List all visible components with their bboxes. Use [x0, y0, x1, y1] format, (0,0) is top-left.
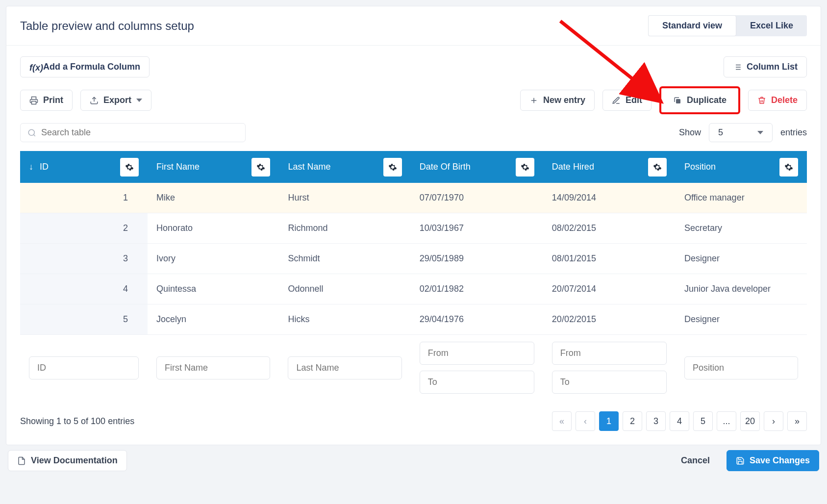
column-list-label: Column List: [747, 62, 798, 72]
export-label: Export: [103, 95, 131, 105]
page-button[interactable]: 2: [623, 411, 642, 431]
cell-id: 4: [20, 274, 148, 304]
delete-label: Delete: [771, 95, 798, 105]
add-formula-button[interactable]: f(x) Add a Formula Column: [20, 56, 150, 77]
chevron-last-icon: »: [795, 416, 800, 427]
cell-hired: 20/07/2014: [543, 274, 676, 304]
col-header-last[interactable]: Last Name: [279, 151, 410, 183]
col-settings-hired[interactable]: [648, 158, 667, 176]
cell-last: Odonnell: [279, 274, 410, 304]
print-icon: [29, 96, 38, 105]
chevron-down-icon: [757, 131, 763, 134]
svg-rect-10: [676, 99, 680, 103]
view-excel-button[interactable]: Excel Like: [736, 15, 807, 36]
cell-first: Jocelyn: [148, 304, 279, 335]
filter-last[interactable]: [288, 356, 401, 379]
save-button[interactable]: Save Changes: [727, 450, 819, 471]
column-list-button[interactable]: Column List: [724, 56, 807, 77]
duplicate-button[interactable]: Duplicate: [659, 86, 740, 114]
search-icon: [27, 128, 36, 137]
col-settings-position[interactable]: [779, 158, 798, 176]
cell-hired: 20/02/2015: [543, 304, 676, 335]
new-entry-button[interactable]: New entry: [520, 90, 595, 111]
page-prev-button[interactable]: ‹: [576, 411, 595, 431]
gear-icon: [521, 163, 529, 172]
page-button[interactable]: 5: [693, 411, 713, 431]
filter-hired-from[interactable]: [552, 342, 667, 365]
table-row[interactable]: 4 Quintessa Odonnell 02/01/1982 20/07/20…: [20, 274, 807, 304]
col-header-first[interactable]: First Name: [148, 151, 279, 183]
view-documentation-label: View Documentation: [31, 455, 118, 466]
cell-position: Junior Java developer: [676, 274, 807, 304]
table-row[interactable]: 2 Honorato Richmond 10/03/1967 08/02/201…: [20, 213, 807, 244]
col-settings-dob[interactable]: [516, 158, 534, 176]
save-icon: [736, 456, 745, 465]
gear-icon: [784, 163, 793, 172]
edit-label: Edit: [626, 95, 642, 105]
page-next-button[interactable]: ›: [764, 411, 783, 431]
duplicate-icon: [673, 96, 682, 105]
entries-label: entries: [780, 127, 807, 138]
cell-first: Mike: [148, 183, 279, 213]
page-first-button[interactable]: «: [552, 411, 572, 431]
filter-position[interactable]: [684, 356, 798, 379]
page-button[interactable]: ...: [717, 411, 736, 431]
chevron-prev-icon: ‹: [584, 416, 587, 427]
col-header-dob[interactable]: Date Of Birth: [411, 151, 543, 183]
print-button[interactable]: Print: [20, 90, 73, 111]
save-label: Save Changes: [750, 455, 810, 466]
cell-id: 5: [20, 304, 148, 335]
view-standard-button[interactable]: Standard view: [648, 15, 736, 36]
page-title: Table preview and columns setup: [20, 19, 194, 33]
pagination-summary: Showing 1 to 5 of 100 entries: [20, 416, 134, 427]
cancel-button[interactable]: Cancel: [672, 451, 719, 471]
edit-icon: [612, 96, 621, 105]
page-button[interactable]: 1: [599, 411, 619, 431]
page-last-button[interactable]: »: [787, 411, 807, 431]
cell-last: Hicks: [279, 304, 410, 335]
chevron-down-icon: [136, 99, 142, 102]
col-settings-first[interactable]: [251, 158, 270, 176]
filter-first[interactable]: [156, 356, 270, 379]
show-label: Show: [679, 127, 701, 138]
gear-icon: [388, 163, 397, 172]
filter-id[interactable]: [29, 356, 139, 379]
cell-first: Honorato: [148, 213, 279, 244]
cell-hired: 14/09/2014: [543, 183, 676, 213]
edit-button[interactable]: Edit: [602, 90, 652, 111]
add-formula-label: Add a Formula Column: [43, 62, 140, 72]
filter-dob-from[interactable]: [420, 342, 534, 365]
print-label: Print: [43, 95, 63, 105]
view-documentation-button[interactable]: View Documentation: [8, 450, 127, 471]
cell-dob: 29/05/1989: [411, 244, 543, 274]
filter-dob-to[interactable]: [420, 371, 534, 394]
delete-button[interactable]: Delete: [748, 90, 807, 111]
cell-dob: 29/04/1976: [411, 304, 543, 335]
page-button[interactable]: 4: [670, 411, 689, 431]
search-input-wrapper[interactable]: [20, 123, 246, 142]
page-button[interactable]: 20: [740, 411, 760, 431]
export-button[interactable]: Export: [80, 90, 151, 111]
view-toggle: Standard view Excel Like: [648, 15, 807, 36]
table-row[interactable]: 5 Jocelyn Hicks 29/04/1976 20/02/2015 De…: [20, 304, 807, 335]
col-settings-last[interactable]: [383, 158, 402, 176]
cell-id: 1: [20, 183, 148, 213]
cell-position: Office manager: [676, 183, 807, 213]
show-entries-select[interactable]: 5: [709, 123, 773, 142]
filter-hired-to[interactable]: [552, 371, 667, 394]
table-row[interactable]: 3 Ivory Schmidt 29/05/1989 08/01/2015 De…: [20, 244, 807, 274]
list-icon: [733, 63, 742, 72]
col-settings-id[interactable]: [120, 158, 139, 176]
table-row[interactable]: 1 Mike Hurst 07/07/1970 14/09/2014 Offic…: [20, 183, 807, 213]
sort-down-icon: ↓: [29, 162, 33, 172]
col-header-position[interactable]: Position: [676, 151, 807, 183]
duplicate-label: Duplicate: [687, 95, 727, 105]
col-header-id[interactable]: ↓ ID: [20, 151, 148, 183]
page-button[interactable]: 3: [646, 411, 666, 431]
plus-icon: [529, 96, 538, 105]
cell-id: 2: [20, 213, 148, 244]
cell-dob: 10/03/1967: [411, 213, 543, 244]
cell-hired: 08/02/2015: [543, 213, 676, 244]
search-input[interactable]: [41, 127, 238, 138]
col-header-hired[interactable]: Date Hired: [543, 151, 676, 183]
